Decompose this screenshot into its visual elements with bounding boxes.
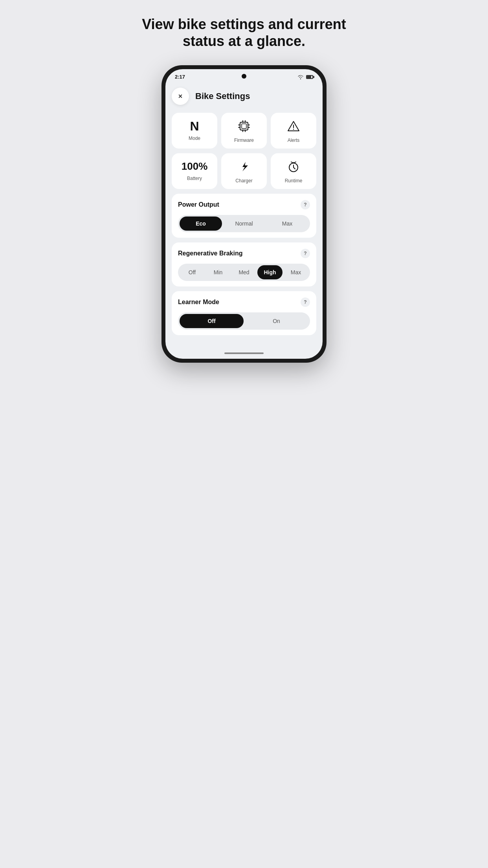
tiles-row-2: 100% Battery Charger [172, 153, 316, 189]
mode-icon: N [190, 120, 199, 132]
svg-rect-1 [242, 124, 246, 128]
mode-label: Mode [189, 136, 200, 141]
close-button[interactable]: × [172, 88, 189, 105]
phone-shell: 2:17 × Bike Sett [161, 65, 327, 363]
regen-off-button[interactable]: Off [180, 265, 205, 279]
learner-mode-header: Learner Mode ? [178, 297, 310, 307]
charger-label: Charger [235, 178, 252, 184]
tiles-row-1: N Mode [172, 113, 316, 149]
regen-braking-title: Regenerative Braking [178, 250, 243, 257]
home-indicator [224, 352, 264, 354]
learner-off-button[interactable]: Off [180, 314, 244, 328]
svg-rect-0 [240, 122, 248, 130]
tile-firmware[interactable]: Firmware [221, 113, 267, 149]
alerts-label: Alerts [288, 138, 300, 143]
tile-charger[interactable]: Charger [221, 153, 267, 189]
regen-high-button[interactable]: High [257, 265, 283, 279]
regen-max-button[interactable]: Max [283, 265, 308, 279]
regen-braking-help[interactable]: ? [301, 249, 310, 258]
tile-battery[interactable]: 100% Battery [172, 153, 217, 189]
battery-status-icon [306, 75, 313, 79]
wifi-icon [297, 75, 304, 79]
status-icons [297, 75, 313, 79]
learner-mode-card: Learner Mode ? Off On [172, 291, 316, 335]
regen-braking-card: Regenerative Braking ? Off Min Med High … [172, 242, 316, 286]
firmware-label: Firmware [234, 138, 254, 143]
learner-mode-toggle: Off On [178, 312, 310, 330]
alerts-icon [287, 120, 300, 134]
status-time: 2:17 [175, 74, 185, 80]
page-headline: View bike settings and currentstatus at … [134, 16, 354, 50]
tile-runtime[interactable]: Runtime [271, 153, 316, 189]
learner-mode-title: Learner Mode [178, 299, 219, 306]
power-output-help[interactable]: ? [301, 200, 310, 209]
power-normal-button[interactable]: Normal [223, 217, 265, 231]
learner-on-button[interactable]: On [244, 314, 308, 328]
page-wrapper: View bike settings and currentstatus at … [126, 16, 362, 363]
camera-notch [242, 74, 246, 79]
learner-mode-help[interactable]: ? [301, 297, 310, 307]
tile-alerts[interactable]: Alerts [271, 113, 316, 149]
power-eco-button[interactable]: Eco [180, 217, 222, 231]
regen-min-button[interactable]: Min [205, 265, 231, 279]
charger-icon [238, 160, 250, 175]
svg-point-11 [293, 129, 294, 130]
phone-inner: 2:17 × Bike Sett [165, 69, 323, 359]
tile-mode[interactable]: N Mode [172, 113, 217, 149]
power-output-toggle: Eco Normal Max [178, 215, 310, 232]
power-output-header: Power Output ? [178, 200, 310, 209]
page-title: Bike Settings [195, 91, 250, 101]
app-header: × Bike Settings [172, 88, 316, 105]
regen-braking-toggle: Off Min Med High Max [178, 264, 310, 281]
battery-label: Battery [187, 176, 202, 181]
power-output-card: Power Output ? Eco Normal Max [172, 194, 316, 238]
battery-value: 100% [182, 160, 208, 172]
regen-med-button[interactable]: Med [231, 265, 257, 279]
app-content: × Bike Settings N Mode [165, 81, 323, 349]
firmware-icon [238, 120, 250, 134]
power-output-title: Power Output [178, 201, 219, 208]
status-bar: 2:17 [165, 69, 323, 81]
runtime-label: Runtime [285, 178, 303, 184]
regen-braking-header: Regenerative Braking ? [178, 249, 310, 258]
runtime-icon [287, 160, 300, 175]
power-max-button[interactable]: Max [266, 217, 308, 231]
